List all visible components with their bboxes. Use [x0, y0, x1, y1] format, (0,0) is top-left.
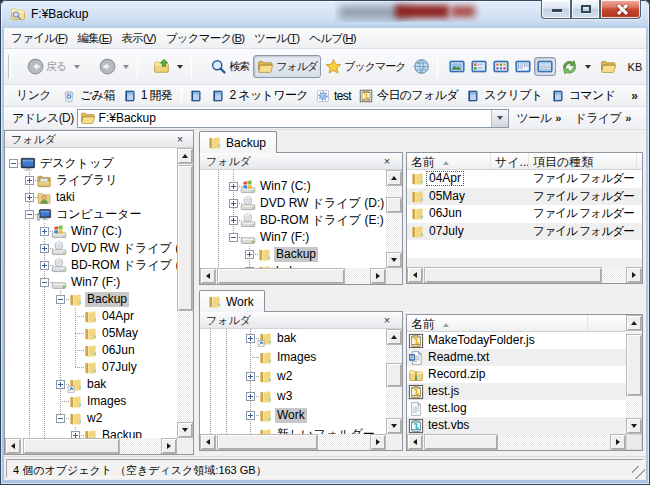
- folder-tree-bottom-horizontal-scroll-thumb[interactable]: [217, 434, 318, 450]
- folder-tree-bottom-tree-label[interactable]: Images: [275, 350, 318, 365]
- collapse-icon[interactable]: [56, 414, 65, 423]
- folder-tree-top-tree-label[interactable]: BD-ROM ドライブ (E:): [258, 213, 386, 228]
- menu-item-3[interactable]: ブックマーク(B): [161, 28, 249, 49]
- folder-tree-left-tree-label[interactable]: 06Jun: [100, 343, 137, 358]
- link-item-command[interactable]: コマンド: [548, 86, 621, 105]
- folder-tree-top-scroll-right-button[interactable]: [370, 268, 386, 284]
- expand-icon[interactable]: [245, 250, 254, 259]
- tools-chevron[interactable]: »: [555, 112, 560, 124]
- expand-icon[interactable]: [40, 227, 49, 236]
- folder-tree-left-tree-label[interactable]: Win7 (F:): [69, 275, 122, 290]
- folder-tree-top-tree-label[interactable]: DVD RW ドライブ (D:): [258, 196, 386, 211]
- expand-icon[interactable]: [229, 216, 238, 225]
- folder-tree-bottom-tree-label[interactable]: 新しいフォルダー: [275, 427, 377, 434]
- folder-tree-left-tree-label[interactable]: コンピューター: [54, 207, 143, 222]
- menu-item-0[interactable]: ファイル(F): [6, 28, 72, 49]
- collapse-icon[interactable]: [229, 233, 238, 242]
- file-list-bottom-column-header-0[interactable]: 名前: [407, 315, 588, 331]
- folder-tree-left-tree-label[interactable]: taki: [54, 190, 77, 205]
- folder-tree-left-tree-label[interactable]: 04Apr: [100, 309, 136, 324]
- expand-icon[interactable]: [71, 431, 80, 438]
- forward-button[interactable]: [96, 55, 119, 78]
- folder-tree-bottom-tree-label[interactable]: Work: [275, 408, 307, 423]
- file-list-top-item-name[interactable]: 04Apr: [426, 171, 464, 186]
- folder-tree-top-tree-label[interactable]: Backup: [274, 247, 318, 262]
- view-thumbnails-button[interactable]: [446, 57, 468, 76]
- link-item-network[interactable]: 2 ネットワーク: [208, 86, 313, 105]
- folder-tree-top-vertical-scroll-thumb[interactable]: [386, 197, 402, 213]
- file-list-bottom-scroll-down-button[interactable]: [626, 418, 642, 434]
- folder-tree-top-scroll-up-button[interactable]: [386, 170, 402, 186]
- maximize-button[interactable]: [571, 0, 600, 19]
- view-details-button[interactable]: [534, 57, 556, 76]
- folder-view-button[interactable]: フォルダ: [253, 55, 321, 78]
- file-list-top-column-header-1[interactable]: サイ...: [491, 153, 529, 169]
- up-folder-dropdown-icon[interactable]: [177, 65, 183, 69]
- file-list-bottom-item-name[interactable]: Record.zip: [425, 367, 488, 382]
- bookmark-button[interactable]: ブックマーク: [321, 55, 409, 78]
- file-list-top-scroll-right-button[interactable]: [626, 267, 642, 283]
- file-list-top-column-header-0[interactable]: 名前: [407, 153, 491, 169]
- expand-icon[interactable]: [246, 372, 255, 381]
- folder-tree-left-scroll-right-button[interactable]: [161, 438, 177, 454]
- back-button[interactable]: 戻る: [23, 55, 70, 78]
- tab-work[interactable]: Work: [199, 290, 265, 312]
- link-item-test[interactable]: test: [313, 88, 356, 104]
- file-list-bottom-scroll-right-button[interactable]: [610, 434, 626, 450]
- folder-tree-top-scroll-down-button[interactable]: [386, 252, 402, 268]
- address-combo[interactable]: F:¥Backup: [77, 109, 509, 128]
- folder-tree-bottom-tree-label[interactable]: bak: [275, 331, 298, 346]
- file-list-bottom-scroll-left-button[interactable]: [407, 434, 423, 450]
- folder-tree-left-horizontal-scroll-thumb[interactable]: [23, 438, 120, 454]
- expand-icon[interactable]: [40, 244, 49, 253]
- view-list-button[interactable]: [512, 57, 534, 76]
- expand-icon[interactable]: [25, 193, 34, 202]
- folder-tree-bottom-scroll-up-button[interactable]: [386, 329, 402, 345]
- collapse-icon[interactable]: [40, 278, 49, 287]
- folder-tree-left-tree-label[interactable]: 05May: [100, 326, 140, 341]
- file-list-bottom-item-name[interactable]: test.vbs: [425, 418, 472, 433]
- file-list-top-item-name[interactable]: 07July: [426, 224, 467, 239]
- folder-tree-top-scroll-left-button[interactable]: [200, 268, 216, 284]
- file-list-top-item-name[interactable]: 05May: [426, 189, 468, 204]
- expand-icon[interactable]: [229, 182, 238, 191]
- folder-tree-left-scroll-up-button[interactable]: [177, 148, 193, 164]
- expand-icon[interactable]: [56, 380, 65, 389]
- folder-tree-left-tree-label[interactable]: Images: [85, 394, 128, 409]
- folder-tree-top-tree-label[interactable]: Win7 (C:): [258, 179, 313, 194]
- file-list-bottom-item-name[interactable]: Readme.txt: [425, 350, 492, 365]
- file-list-bottom-item-name[interactable]: test.js: [425, 384, 462, 399]
- link-item-panel[interactable]: [186, 88, 208, 104]
- collapse-icon[interactable]: [56, 295, 65, 304]
- menu-item-2[interactable]: 表示(V): [117, 28, 161, 49]
- file-list-top-scroll-left-button[interactable]: [407, 267, 423, 283]
- menu-item-1[interactable]: 編集(E): [72, 28, 116, 49]
- expand-icon[interactable]: [229, 199, 238, 208]
- folder-tree-bottom-tree-label[interactable]: w3: [275, 389, 294, 404]
- file-list-top-column-header-2[interactable]: 項目の種類: [529, 153, 637, 169]
- refresh-button[interactable]: [410, 55, 433, 78]
- collapse-icon[interactable]: [9, 159, 18, 168]
- folder-tree-bottom-tree-label[interactable]: w2: [275, 369, 294, 384]
- folder-tree-left-tree-label[interactable]: デスクトップ: [38, 156, 116, 171]
- expand-icon[interactable]: [40, 261, 49, 270]
- folder-tree-left-tree-label[interactable]: 07July: [100, 360, 139, 375]
- folder-tree-bottom-scroll-right-button[interactable]: [370, 434, 386, 450]
- file-list-top-horizontal-scroll-thumb[interactable]: [424, 267, 602, 283]
- link-item-recycle-bin[interactable]: ごみ箱: [59, 86, 120, 105]
- expand-icon[interactable]: [246, 411, 255, 420]
- folder-tree-left-scroll-left-button[interactable]: [5, 438, 21, 454]
- link-item-dev[interactable]: 1 開発: [120, 86, 178, 105]
- file-list-bottom-scroll-up-button[interactable]: [626, 315, 642, 331]
- address-dropdown-button[interactable]: [491, 110, 508, 127]
- view-tiles-button[interactable]: [468, 57, 490, 76]
- expand-icon[interactable]: [246, 334, 255, 343]
- file-list-bottom-column-header-1[interactable]: [588, 315, 627, 331]
- folder-tool-button[interactable]: [597, 55, 620, 78]
- folder-tree-left-tree-label[interactable]: Backup: [85, 292, 129, 307]
- folder-tree-left-tree-label[interactable]: bak: [85, 377, 108, 392]
- menu-item-4[interactable]: ツール(T): [249, 28, 304, 49]
- folder-tree-bottom-scroll-down-button[interactable]: [386, 418, 402, 434]
- forward-dropdown-icon[interactable]: [123, 65, 129, 69]
- drives-chevron[interactable]: »: [625, 112, 630, 124]
